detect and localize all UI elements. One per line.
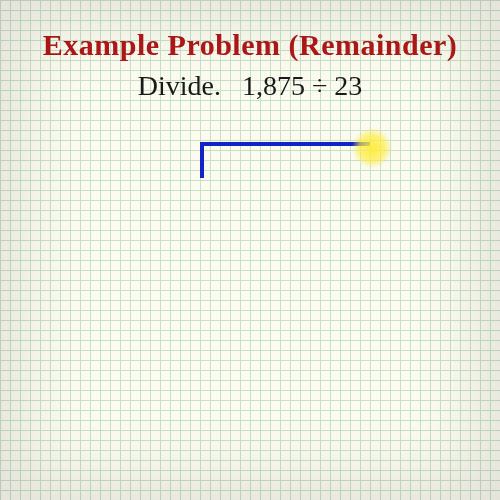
instruction-label: Divide. xyxy=(138,70,221,101)
problem-statement: Divide. 1,875 ÷ 23 xyxy=(0,70,500,102)
slide-title: Example Problem (Remainder) xyxy=(0,28,500,62)
slide-content: Example Problem (Remainder) Divide. 1,87… xyxy=(0,0,500,500)
long-division-bracket xyxy=(200,142,370,192)
cursor-highlight-icon xyxy=(352,128,392,168)
division-expression: 1,875 ÷ 23 xyxy=(242,70,362,101)
division-bar-horizontal xyxy=(200,142,370,146)
division-bar-vertical xyxy=(200,142,204,178)
